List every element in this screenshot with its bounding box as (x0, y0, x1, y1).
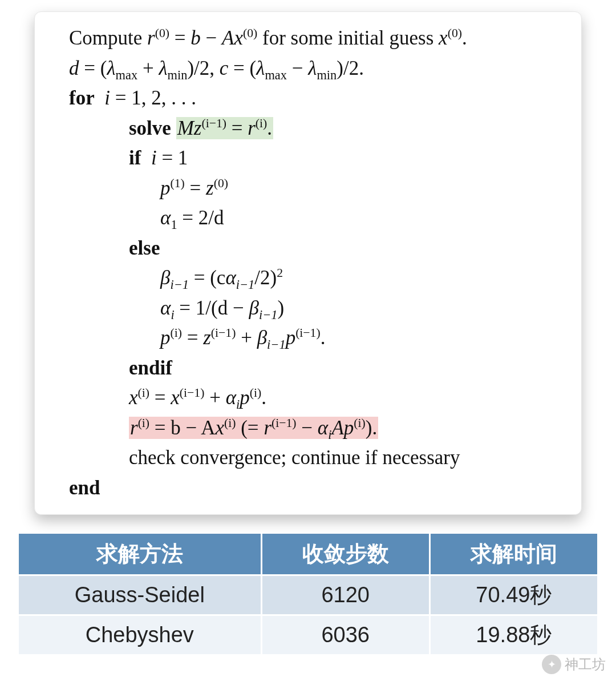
sup: (0) (243, 26, 257, 40)
sup: (i−1) (180, 386, 205, 400)
var-d: d (69, 57, 79, 79)
algo-line-rupdate: r(i) = b − Ax(i) (= r(i−1) − αiAp(i)). (69, 413, 564, 444)
sub: i−1 (170, 277, 189, 292)
sup: (i) (138, 416, 149, 430)
sub: 1 (171, 217, 177, 232)
eq: = (149, 386, 171, 409)
algo-line-endif: endif (69, 353, 564, 384)
space (171, 117, 176, 139)
table-header-row: 求解方法 收敛步数 求解时间 (18, 533, 598, 575)
eq: = (169, 27, 191, 49)
kw-if: if (129, 147, 141, 169)
results-table: 求解方法 收敛步数 求解时间 Gauss-Seidel 6120 70.49秒 … (17, 532, 599, 656)
var-r: r (248, 117, 256, 139)
sub-min: min (168, 68, 188, 82)
text: = 2/d (177, 207, 224, 229)
sup: (i−1) (271, 416, 297, 430)
col-steps: 收敛步数 (261, 533, 429, 575)
highlight-green: Mz(i−1) = r(i). (176, 117, 273, 139)
var-r: r (130, 417, 138, 439)
lambda: λ (308, 57, 317, 79)
var-beta: β (257, 327, 267, 349)
watermark-text: 神工坊 (565, 655, 606, 667)
text: (= (236, 417, 264, 439)
var-c: c (220, 57, 229, 79)
minus: − (201, 27, 222, 49)
cell-time: 70.49秒 (429, 575, 598, 615)
text: = 1/(d − (175, 297, 249, 319)
lambda: λ (256, 57, 265, 79)
algorithm-card: Compute r(0) = b − Ax(0) for some initia… (34, 11, 582, 515)
sup: (i−1) (211, 326, 236, 340)
kw-end: end (69, 477, 100, 499)
text: check convergence; continue if necessary (129, 446, 460, 469)
algo-line-for: for i = 1, 2, . . . (69, 83, 564, 114)
kw-for: for (69, 87, 95, 109)
var-z: z (206, 177, 214, 199)
sup: (0) (448, 26, 462, 40)
plus: + (204, 386, 225, 409)
sup: (0) (155, 26, 169, 40)
var-Ap: Ap (331, 417, 354, 439)
sup: 2 (277, 266, 283, 280)
text: ) (366, 417, 372, 439)
var-A: A (222, 27, 234, 49)
var-r: r (147, 27, 155, 49)
sup: (i) (256, 116, 267, 130)
var-r: r (264, 417, 271, 439)
sub-max: max (265, 68, 287, 82)
period: . (267, 117, 272, 139)
var-z: z (194, 117, 202, 139)
algo-line-alphai: αi = 1/(d − βi−1) (69, 293, 564, 324)
text: = 1 (157, 147, 188, 169)
text: = b − A (149, 417, 215, 439)
var-p: p (160, 327, 171, 349)
algo-line-alpha1: α1 = 2/d (69, 203, 564, 233)
var-alpha: α (318, 417, 328, 439)
text: )/2 (337, 57, 359, 79)
var-x: x (439, 27, 448, 49)
algo-line-p1: p(1) = z(0) (69, 174, 564, 204)
sup: (0) (214, 176, 228, 190)
sup: (i) (354, 416, 365, 430)
var-alpha: α (160, 207, 171, 229)
table-row: Gauss-Seidel 6120 70.49秒 (18, 575, 598, 615)
var-x: x (171, 386, 180, 409)
var-p: p (160, 177, 171, 199)
col-method: 求解方法 (18, 533, 262, 575)
col-time: 求解时间 (429, 533, 598, 575)
period: . (321, 327, 326, 349)
var-x: x (234, 27, 243, 49)
comma: , (209, 57, 220, 79)
var-alpha: α (160, 297, 171, 319)
text: ) (277, 297, 284, 319)
eq: = ( (228, 57, 256, 79)
algo-line-pi: p(i) = z(i−1) + βi−1p(i−1). (69, 323, 564, 353)
period: . (359, 57, 364, 79)
eq: = (185, 177, 206, 199)
text: )/2 (187, 57, 209, 79)
space (95, 87, 105, 109)
var-i: i (104, 87, 110, 109)
eq: = (182, 327, 203, 349)
text: for some initial guess (257, 27, 439, 49)
sup: (i) (224, 416, 236, 430)
highlight-red: r(i) = b − Ax(i) (= r(i−1) − αiAp(i)). (129, 417, 378, 439)
var-beta: β (249, 297, 258, 319)
period: . (372, 417, 377, 439)
sup: (i) (171, 326, 182, 340)
sub: i−1 (236, 277, 255, 292)
algo-line-check: check convergence; continue if necessary (69, 443, 564, 473)
plus: + (137, 57, 159, 79)
algo-line-xupdate: x(i) = x(i−1) + αip(i). (69, 383, 564, 413)
watermark-icon: ✦ (542, 655, 561, 667)
algo-line-beta: βi−1 = (cαi−1/2)2 (69, 263, 564, 293)
text: = 1, 2, . . . (110, 87, 196, 109)
cell-time: 19.88秒 (429, 615, 598, 655)
sub: i−1 (267, 337, 286, 352)
space (141, 147, 151, 169)
minus: − (287, 57, 308, 79)
sup: (i−1) (201, 116, 226, 130)
kw-else: else (129, 237, 160, 259)
text: = (c (189, 267, 225, 289)
